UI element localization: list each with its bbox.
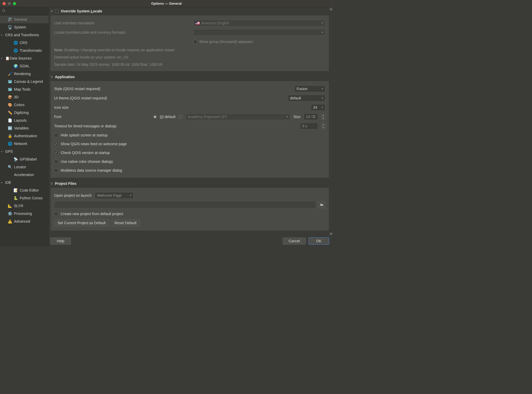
font-size-input[interactable]: 13⌫	[304, 113, 318, 120]
reset-default-button[interactable]: Reset Default	[111, 219, 140, 227]
sidebar-item[interactable]: 🎨Colors	[0, 101, 48, 109]
theme-label: UI theme (QGIS restart required)	[54, 96, 285, 100]
ui-translation-select[interactable]: American English ▼	[193, 20, 325, 26]
sidebar-item[interactable]: 🌐Transformatio	[0, 47, 48, 54]
font-qt-default-radio[interactable]	[153, 115, 157, 119]
check-version-checkbox[interactable]	[54, 151, 58, 155]
news-feed-label: Show QGIS news feed on welcome page	[61, 142, 127, 146]
sidebar-group[interactable]: ▾📋Data Sources	[0, 54, 48, 62]
sidebar-item-label: 3D	[14, 95, 19, 99]
locale-detected: Detected active locale on your system: e…	[54, 54, 325, 61]
disclosure-icon: ▽	[51, 182, 53, 185]
sidebar-item-icon: 📄	[7, 118, 12, 122]
sidebar-item[interactable]: 🌍GDAL	[0, 62, 48, 70]
browse-folder-button[interactable]	[318, 201, 325, 208]
window-title: Options — General	[151, 2, 182, 5]
sidebar-item[interactable]: 🖥️System	[0, 23, 48, 31]
modeless-dsm-checkbox[interactable]	[54, 169, 58, 172]
project-path-input[interactable]	[54, 201, 316, 209]
locale-format-select[interactable]: ▼	[193, 29, 325, 36]
search-input[interactable]	[7, 9, 51, 13]
sidebar-item-icon: 🔒	[7, 134, 12, 138]
sidebar-item[interactable]: ⚙️Processing	[0, 210, 48, 217]
locale-sample: Sample date: 24 May 2023 money: 1000.00 …	[54, 61, 325, 68]
sidebar-item-label: Acceleration	[14, 173, 34, 177]
timeout-label: Timeout for timed messages or dialogs	[54, 124, 297, 128]
sidebar-item[interactable]: 🗺️Map Tools	[0, 85, 48, 93]
sidebar-item[interactable]: 🐍Python Conso	[0, 194, 48, 202]
sidebar-item[interactable]: ✏️Digitizing	[0, 109, 48, 116]
cancel-button[interactable]: Cancel	[283, 237, 306, 245]
hide-splash-checkbox[interactable]	[54, 133, 58, 137]
modeless-dsm-label: Modeless data source manager dialog	[61, 168, 122, 172]
sidebar-group[interactable]: ▾IDE	[0, 179, 48, 186]
section-header-application[interactable]: ▽ Application	[50, 73, 329, 81]
sidebar-item[interactable]: 📡GPSBabel	[0, 155, 48, 163]
svg-line-1	[4, 11, 5, 12]
section-header-locale[interactable]: ▽ Override System Locale	[50, 7, 329, 15]
vertical-scrollbar[interactable]: ▲ ▼	[329, 7, 333, 236]
timeout-spinner[interactable]: ▲▼	[321, 123, 325, 129]
sidebar-item-icon: 🗺️	[7, 79, 12, 84]
create-default-project-label: Create new project from default project	[61, 212, 123, 216]
sidebar-item[interactable]: 📝Code Editor	[0, 186, 48, 194]
disclosure-icon: ▽	[51, 10, 53, 13]
sidebar-item[interactable]: 🛠️General	[0, 16, 48, 23]
sidebar-item[interactable]: 📐SLYR	[0, 202, 48, 210]
sidebar-item-label: Network	[14, 142, 27, 146]
icon-size-select[interactable]: 24▼	[311, 104, 325, 111]
minimize-window-button[interactable]	[8, 2, 11, 5]
create-default-project-checkbox[interactable]	[54, 212, 58, 216]
sidebar-item-icon: 🗺️	[7, 87, 12, 91]
sidebar: 🛠️General🖥️System▾CRS and Transforms🌐CRS…	[0, 7, 49, 246]
sidebar-item[interactable]: 🖌️Rendering	[0, 70, 48, 78]
ui-translation-label: User interface translation	[54, 21, 190, 25]
spin-up-icon[interactable]: ▲	[321, 114, 325, 117]
style-select[interactable]: Fusion▼	[294, 85, 325, 92]
sidebar-item-label: Transformatio	[20, 48, 42, 53]
thousand-separator-checkbox[interactable]	[193, 40, 197, 44]
font-label: Font	[54, 115, 150, 119]
sidebar-item[interactable]: 📦3D	[0, 93, 48, 101]
sidebar-item[interactable]: 📄Layouts	[0, 116, 48, 124]
sidebar-group[interactable]: ▾CRS and Transforms	[0, 31, 48, 39]
open-project-select[interactable]: Welcome Page▼	[95, 192, 134, 199]
hide-splash-label: Hide splash screen at startup	[61, 133, 107, 137]
ok-button[interactable]: OK	[308, 237, 329, 245]
font-qt-default-label: Qt default	[160, 115, 176, 119]
section-title-locale: Override System Locale	[61, 9, 102, 13]
sidebar-item[interactable]: 🗺️Canvas & Legend	[0, 78, 48, 85]
sidebar-item[interactable]: ⚠️Advanced	[0, 217, 48, 225]
sidebar-item[interactable]: 🔍Locator	[0, 163, 48, 171]
spin-up-icon[interactable]: ▲	[321, 123, 325, 126]
sidebar-item[interactable]: 🔤Variables	[0, 124, 48, 132]
timeout-input[interactable]: 5 s	[300, 123, 318, 129]
sidebar-item-label: Processing	[14, 211, 32, 216]
font-family-select[interactable]: Academy Engraved LET▼	[185, 113, 290, 120]
theme-select[interactable]: default▼	[288, 95, 325, 101]
zoom-window-button[interactable]	[13, 2, 16, 5]
scroll-up-icon[interactable]: ▲	[329, 7, 333, 11]
set-current-project-default-button[interactable]: Set Current Project as Default	[54, 219, 109, 227]
section-header-project[interactable]: ▽ Project Files	[50, 180, 329, 187]
native-color-checkbox[interactable]	[54, 160, 58, 164]
help-button[interactable]: Help	[50, 237, 71, 245]
sidebar-group[interactable]: ▾GPS	[0, 148, 48, 155]
sidebar-item[interactable]: Acceleration	[0, 171, 48, 179]
clear-icon[interactable]: ⌫	[311, 115, 315, 119]
sidebar-item[interactable]: 🔒Authentication	[0, 132, 48, 140]
sidebar-item-icon: 🌍	[13, 64, 18, 68]
native-color-label: Use native color chooser dialogs	[61, 159, 113, 164]
font-custom-radio[interactable]	[179, 115, 182, 119]
sidebar-item-icon: 🐍	[13, 196, 18, 200]
dialog-footer: Help Cancel OK	[49, 236, 333, 246]
override-locale-checkbox[interactable]	[55, 9, 59, 13]
sidebar-item[interactable]: 🌐CRS	[0, 39, 48, 47]
spin-down-icon[interactable]: ▼	[321, 117, 325, 120]
news-feed-checkbox[interactable]	[54, 142, 58, 146]
spin-down-icon[interactable]: ▼	[321, 126, 325, 129]
font-size-spinner[interactable]: ▲▼	[321, 113, 325, 120]
sidebar-item[interactable]: 🌐Network	[0, 140, 48, 148]
scroll-down-icon[interactable]: ▼	[329, 232, 333, 236]
close-window-button[interactable]	[3, 2, 6, 5]
